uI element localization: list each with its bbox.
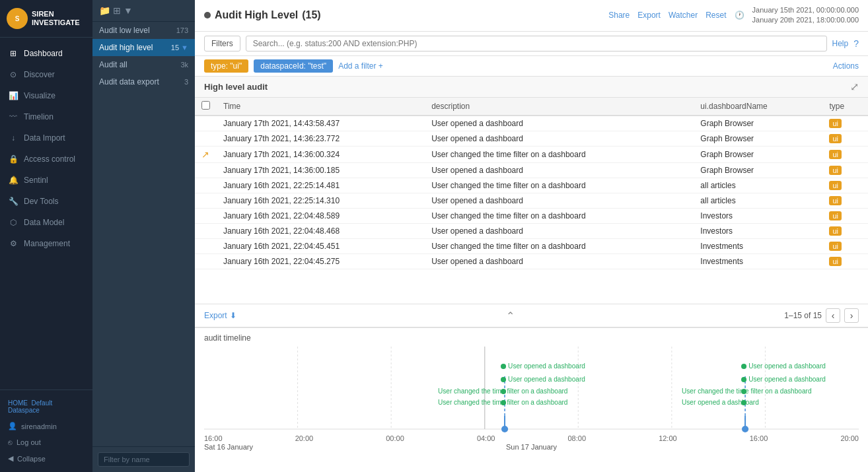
type-badge: ui — [829, 181, 842, 190]
sidebar-item-timelion[interactable]: 〰 Timelion — [0, 106, 92, 127]
left-panel-items: Audit low level 173 Audit high level 15 … — [92, 22, 195, 446]
export-icon: ⬇ — [230, 311, 236, 320]
top-bar: Audit High Level (15) Share Export Watch… — [195, 0, 868, 32]
sidebar-item-discover[interactable]: ⊙ Discover — [0, 64, 92, 85]
table-head: Time description ui.dashboardName type — [195, 98, 868, 116]
filters-button[interactable]: Filters — [204, 36, 240, 51]
collapse-item[interactable]: ◀ Collapse — [0, 450, 92, 467]
row-checkbox-cell — [195, 223, 217, 238]
sidebar-item-sentinl[interactable]: 🔔 Sentinl — [0, 170, 92, 191]
type-badge: ui — [829, 242, 842, 251]
sidebar-item-dev-tools[interactable]: 🔧 Dev Tools — [0, 191, 92, 212]
header-icons: 📁 ⊞ ▼ — [99, 5, 133, 16]
time-label-1600a: 16:00 — [204, 434, 223, 442]
table-header-row: High level audit ⤢ — [195, 77, 868, 98]
export-link[interactable]: Export ⬇ — [204, 311, 236, 320]
pagination: 1–15 of 15 ‹ › — [784, 308, 859, 323]
row-checkbox-cell — [195, 116, 217, 131]
row-checkbox-cell — [195, 162, 217, 178]
panel-item-audit-all[interactable]: Audit all 3k — [92, 56, 195, 73]
filter-tag-dataspace[interactable]: dataspaceId: "test" — [254, 59, 333, 73]
table-wrapper: Time description ui.dashboardName type J… — [195, 98, 868, 304]
filter-by-name-input[interactable] — [98, 452, 190, 467]
panel-item-label: Audit low level — [99, 26, 150, 35]
svg-point-17 — [501, 426, 508, 432]
filter-icon[interactable]: ▼ — [124, 5, 133, 16]
row-type: ui — [822, 253, 868, 269]
filter-tag-type[interactable]: type: "ui" — [204, 59, 248, 73]
sidebar-item-dashboard[interactable]: ⊞ Dashboard — [0, 43, 92, 64]
management-icon: ⚙ — [8, 238, 18, 249]
svg-text:User opened a dashboard: User opened a dashboard — [748, 362, 826, 370]
table-row: January 16th 2021, 22:04:48.589 User cha… — [195, 208, 868, 223]
row-type: ui — [822, 116, 868, 131]
filter-search-input[interactable] — [246, 36, 827, 51]
type-badge: ui — [829, 134, 842, 143]
row-time: January 16th 2021, 22:04:45.451 — [217, 238, 425, 253]
time-label-0800: 08:00 — [568, 434, 587, 442]
sidebar-item-data-import[interactable]: ↓ Data Import — [0, 127, 92, 149]
time-label-1600b: 16:00 — [750, 434, 768, 442]
watcher-button[interactable]: Watcher — [669, 11, 698, 20]
table-row: January 16th 2021, 22:25:14.481 User cha… — [195, 178, 868, 193]
type-badge: ui — [829, 196, 842, 205]
panel-item-audit-low[interactable]: Audit low level 173 — [92, 22, 195, 39]
logo-icon: S — [7, 8, 28, 29]
svg-text:User opened a dashboard: User opened a dashboard — [682, 399, 759, 406]
grid-icon[interactable]: ⊞ — [113, 5, 121, 16]
sidebar-item-label: Data Model — [24, 218, 64, 227]
expand-icon[interactable]: ⤢ — [850, 81, 859, 93]
row-dashboard: all articles — [694, 193, 822, 208]
row-description: User opened a dashboard — [425, 116, 694, 131]
export-button[interactable]: Export — [637, 11, 661, 20]
select-all-checkbox[interactable] — [201, 101, 210, 110]
filter-tag-label: dataspaceId: "test" — [260, 61, 326, 71]
row-time: January 16th 2021, 22:04:48.589 — [217, 208, 425, 223]
row-dashboard: Graph Browser — [694, 146, 822, 162]
row-type: ui — [822, 208, 868, 223]
row-expand-icon[interactable]: ↗ — [201, 149, 209, 160]
date-range: January 15th 2021, 00:00:00.000January 2… — [752, 5, 859, 26]
collapse-row-icon[interactable]: ⌃ — [506, 310, 515, 322]
panel-item-audit-high[interactable]: Audit high level 15 ▼ — [92, 39, 195, 56]
sidebar: S SIRENINVESTIGATE ⊞ Dashboard ⊙ Discove… — [0, 0, 92, 472]
sidebar-item-data-model[interactable]: ⬡ Data Model — [0, 212, 92, 233]
prev-page-button[interactable]: ‹ — [826, 308, 840, 323]
folder-icon[interactable]: 📁 — [99, 5, 110, 16]
row-dashboard: Graph Browser — [694, 162, 822, 178]
sidebar-item-label: Timelion — [24, 112, 54, 121]
svg-text:User changed the time filter o: User changed the time filter on a dashbo… — [682, 388, 812, 395]
svg-text:User opened a dashboard: User opened a dashboard — [748, 376, 826, 383]
data-table: Time description ui.dashboardName type J… — [195, 98, 868, 269]
sentinl-icon: 🔔 — [8, 175, 18, 185]
row-description: User changed the time filter on a dashbo… — [425, 146, 694, 162]
clock-icon[interactable]: 🕐 — [735, 11, 744, 20]
help-link[interactable]: Help — [832, 39, 849, 48]
filter-bar: Filters Help ? — [195, 32, 868, 56]
page-title: Audit High Level (15) — [204, 9, 321, 21]
row-type: ui — [822, 131, 868, 146]
sidebar-item-management[interactable]: ⚙ Management — [0, 233, 92, 254]
share-button[interactable]: Share — [608, 11, 630, 20]
type-badge: ui — [829, 150, 842, 159]
actions-link[interactable]: Actions — [833, 61, 859, 71]
collapse-icon: ◀ — [8, 454, 13, 463]
user-item[interactable]: 👤 sirenadmin — [0, 418, 92, 434]
row-description: User changed the time filter on a dashbo… — [425, 208, 694, 223]
logout-item[interactable]: ⎋ Log out — [0, 434, 92, 450]
sidebar-item-access-control[interactable]: 🔒 Access control — [0, 149, 92, 170]
svg-text:User opened a dashboard: User opened a dashboard — [508, 376, 585, 383]
app-name: SIRENINVESTIGATE — [32, 10, 80, 27]
timelion-icon: 〰 — [8, 112, 18, 122]
panel-item-audit-export[interactable]: Audit data export 3 — [92, 73, 195, 90]
user-icon: 👤 — [8, 422, 17, 430]
sidebar-item-label: Data Import — [24, 133, 65, 143]
add-filter-button[interactable]: Add a filter + — [338, 61, 383, 71]
time-label-2000a: 20:00 — [295, 434, 314, 442]
table-section: High level audit ⤢ Time description ui.d… — [195, 77, 868, 327]
sidebar-item-visualize[interactable]: 📊 Visualize — [0, 85, 92, 106]
home-section: HOME Default Dataspace — [0, 395, 92, 418]
help-icon[interactable]: ? — [853, 38, 859, 49]
next-page-button[interactable]: › — [844, 308, 859, 323]
reset-button[interactable]: Reset — [705, 11, 726, 20]
